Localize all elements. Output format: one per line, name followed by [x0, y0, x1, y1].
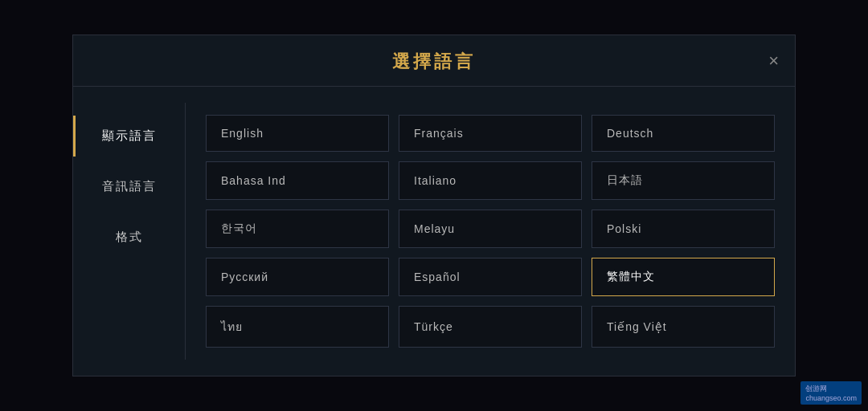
lang-btn-deutsch[interactable]: Deutsch [592, 115, 775, 152]
modal-title: 選擇語言 [392, 50, 476, 74]
sidebar-item-format[interactable]: 格式 [73, 212, 185, 262]
lang-btn-russian[interactable]: Русский [206, 258, 389, 296]
close-button[interactable]: × [768, 52, 779, 70]
sidebar: 顯示語言音訊語言格式 [73, 103, 186, 360]
language-modal: 選擇語言 × 顯示語言音訊語言格式 EnglishFrançaisDeutsch… [72, 35, 796, 376]
lang-btn-francais[interactable]: Français [399, 115, 582, 152]
watermark-line2: chuangseo.com [805, 394, 857, 402]
modal-header: 選擇語言 × [73, 35, 795, 87]
lang-btn-vietnamese[interactable]: Tiếng Việt [592, 306, 775, 348]
lang-btn-traditional-chinese[interactable]: 繁體中文 [592, 258, 775, 296]
lang-btn-korean[interactable]: 한국어 [206, 210, 389, 248]
lang-btn-turkish[interactable]: Türkçe [399, 306, 582, 348]
lang-btn-espanol[interactable]: Español [399, 258, 582, 296]
lang-btn-english[interactable]: English [206, 115, 389, 152]
lang-btn-bahasa[interactable]: Bahasa Ind [206, 161, 389, 200]
lang-btn-japanese[interactable]: 日本語 [592, 161, 775, 200]
modal-overlay: 選擇語言 × 顯示語言音訊語言格式 EnglishFrançaisDeutsch… [0, 0, 868, 411]
lang-btn-thai[interactable]: ไทย [206, 306, 389, 348]
watermark-line1: 创游网 [805, 384, 857, 394]
lang-btn-polski[interactable]: Polski [592, 210, 775, 248]
lang-btn-italiano[interactable]: Italiano [399, 161, 582, 200]
sidebar-item-display[interactable]: 顯示語言 [73, 111, 185, 161]
language-grid-container: EnglishFrançaisDeutschBahasa IndItaliano… [186, 103, 795, 360]
lang-btn-melayu[interactable]: Melayu [399, 210, 582, 248]
sidebar-item-audio[interactable]: 音訊語言 [73, 161, 185, 212]
modal-body: 顯示語言音訊語言格式 EnglishFrançaisDeutschBahasa … [73, 87, 795, 376]
language-grid: EnglishFrançaisDeutschBahasa IndItaliano… [206, 115, 775, 348]
watermark: 创游网 chuangseo.com [800, 381, 862, 405]
